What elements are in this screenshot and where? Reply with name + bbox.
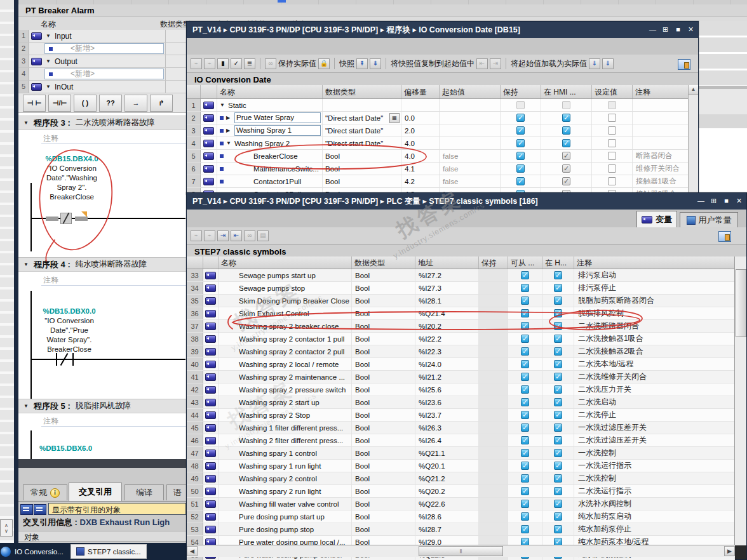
setpoint-checkbox[interactable] [608,164,616,173]
expand-icon[interactable]: ▼ [220,102,225,108]
tab-general[interactable]: 常规 i [23,484,67,500]
address-cell[interactable]: %I28.1 [415,295,479,307]
setpoint-checkbox[interactable] [608,101,616,109]
hmi-checkbox[interactable] [562,101,570,109]
col-accessible[interactable]: 可从 ... [508,257,542,269]
table-row[interactable]: 42 Washing spray 2 pressure switch Bool … [187,383,735,396]
hmi-checkbox[interactable] [554,322,562,330]
col-type[interactable]: 数据类型 [352,257,415,269]
address-cell[interactable]: %I23.6 [415,396,479,408]
comment-cell[interactable]: 脱脂加药泵断路器闭合 [574,295,735,307]
xref-filter-select[interactable]: 显示带有引用的对象 [48,503,186,515]
comment-cell[interactable] [633,124,689,137]
network3-header[interactable]: ▼ 程序段 3 : 二水洗喷淋断路器故障 [18,116,186,130]
minimize-icon[interactable] [647,25,658,34]
table-row[interactable]: 49 Washing spary 2 control Bool %Q21.2 二… [187,472,735,485]
ladder-instruction-button[interactable]: ( ) [74,95,97,112]
hmi-checkbox[interactable] [554,449,562,457]
retain-checkbox[interactable] [516,177,525,185]
type-cell[interactable]: Bool [352,307,415,319]
comment-cell[interactable]: 二水洗运行指示 [574,485,735,497]
tag-name-cell[interactable]: Washing spray 2 breaker close [219,320,352,332]
col-hmi[interactable]: 在 HMI ... [541,85,592,98]
collapse-icon[interactable]: ▼ [24,403,29,409]
expand-all-icon[interactable]: ≣ [244,58,255,69]
hmi-checkbox[interactable] [554,423,562,432]
accessible-checkbox[interactable] [521,525,529,533]
tag-name-cell[interactable]: Washing spray 2 Stop [219,409,352,421]
comment-cell[interactable]: 接触器1吸合 [633,175,689,187]
name-cell[interactable]: MaintenanceSwitc... [217,163,323,175]
name-cell[interactable]: ▼ Static [217,99,323,111]
comment-cell[interactable]: 二水洗接触器1吸合 [574,333,735,345]
accessible-checkbox[interactable] [521,474,529,483]
hmi-checkbox[interactable] [562,114,570,122]
table-row[interactable]: 41 Washing spray 2 maintenance ... Bool … [187,371,735,383]
scroll-right-icon[interactable]: ▶ [724,546,735,556]
type-cell[interactable]: "Direct start Date" ▦ [323,137,401,149]
table-row[interactable]: 47 Washing spary 1 control Bool %Q21.1 一… [187,447,735,460]
type-cell[interactable]: Bool [352,485,415,497]
accessible-checkbox[interactable] [521,462,529,470]
symbols-titlebar[interactable]: PT_V14 ▸ CPU 319F-3 PN/DP [CPU 319F-3 PN… [187,193,746,210]
close-icon[interactable] [734,197,744,206]
col-comment[interactable]: 注释 [633,85,689,98]
tag-name-cell[interactable]: Sewage pumps start up [219,269,352,281]
accessible-checkbox[interactable] [521,271,529,279]
expand-icon[interactable]: ▼ [226,140,232,146]
address-cell[interactable]: %Q21.1 [415,447,479,459]
copy-icon-2[interactable]: ⇥ [490,58,501,69]
watch-icon[interactable]: ∞ [265,58,276,69]
comment-cell[interactable] [633,137,689,149]
add-row-icon[interactable]: ⌁ [204,230,215,241]
table-row[interactable]: 46 Washing 2 filter different press... B… [187,434,735,447]
import-icon[interactable]: ⇤ [231,230,242,241]
hmi-checkbox[interactable] [554,487,562,495]
name-cell[interactable]: ▼ Washing Spray 2 [217,137,323,149]
address-cell[interactable]: %Q20.2 [415,485,479,497]
type-cell[interactable]: "Direct start Date" ▦ [323,112,401,124]
address-cell[interactable]: %Q21.2 [415,472,479,484]
collapse-icon[interactable]: ▼ [24,120,29,126]
address-cell[interactable]: %Q21.4 [415,307,479,319]
table-row[interactable]: 52 Pure dosing pump start up Bool %I28.6… [187,510,735,523]
monitor-all-icon[interactable] [718,231,731,242]
comment-cell[interactable]: 二水洗启动 [574,396,735,408]
table-row[interactable]: 38 Washing spray 2 contactor 1 pull Bool… [187,333,735,345]
copy-icon-1[interactable]: ⇤ [476,58,488,69]
type-cell[interactable]: "Direct start Date" ▦ [323,124,401,137]
tab-cross-reference[interactable]: 交叉引用 [69,483,122,501]
keep-values-label[interactable]: 保持实际值 [278,58,316,69]
table-row[interactable]: 50 Washing spary 2 run light Bool %Q20.2… [187,485,735,498]
tag-name-cell[interactable]: Washing fill water valve control [219,498,352,510]
split-buttons[interactable] [735,545,746,559]
hmi-checkbox[interactable] [554,462,562,470]
tag-name-cell[interactable]: Washing spary 2 run light [219,485,352,497]
add-row-icon[interactable]: ⌁ [204,58,215,69]
hmi-checkbox[interactable] [554,436,562,444]
table-row[interactable]: 48 Washing spary 1 run light Bool %Q20.1… [187,460,735,472]
table-row[interactable]: 53 Pure dosing pump stop Bool %I28.7 纯水加… [187,523,735,536]
network3-comment[interactable]: 注释 [41,131,186,144]
scroll-up-icon[interactable]: ▲ [689,85,698,95]
comment-cell[interactable]: 二水洗过滤压差开关 [574,434,735,446]
address-cell[interactable]: %I23.7 [415,409,479,421]
type-cell[interactable]: Bool [352,498,415,510]
taskbar-button-symbols-editor[interactable]: STEP7 classic... [71,544,147,559]
tag-name-cell[interactable]: Skim Dosing Pump Breaker Close [219,295,352,307]
table-row[interactable]: 4 ▼ <新增> <新增> [18,68,186,81]
hmi-checkbox[interactable] [554,474,562,483]
symbols-horizontal-scrollbar[interactable]: ◀ ⦀ ▶ [187,545,735,557]
type-cell[interactable]: Bool ▦ [323,163,401,175]
start-value-cell[interactable] [440,99,501,111]
comment-cell[interactable]: 排污泵启动 [574,269,735,281]
expand-icon[interactable]: ▼ [46,58,51,64]
tag-name-cell[interactable]: Washing spray 2 contactor 1 pull [219,333,352,345]
address-cell[interactable]: %I24.0 [415,358,479,370]
constants-icon[interactable]: ▤ [257,230,269,241]
address-cell[interactable]: %I27.2 [415,269,479,281]
name-cell[interactable]: ▼ Input Input [43,30,166,42]
type-cell[interactable]: Bool [352,447,415,459]
tag-name-cell[interactable]: Washing spray 2 start up [219,396,352,408]
table-row[interactable]: 36 Skim Exhaust Control Bool %Q21.4 脱脂排风… [187,307,735,320]
